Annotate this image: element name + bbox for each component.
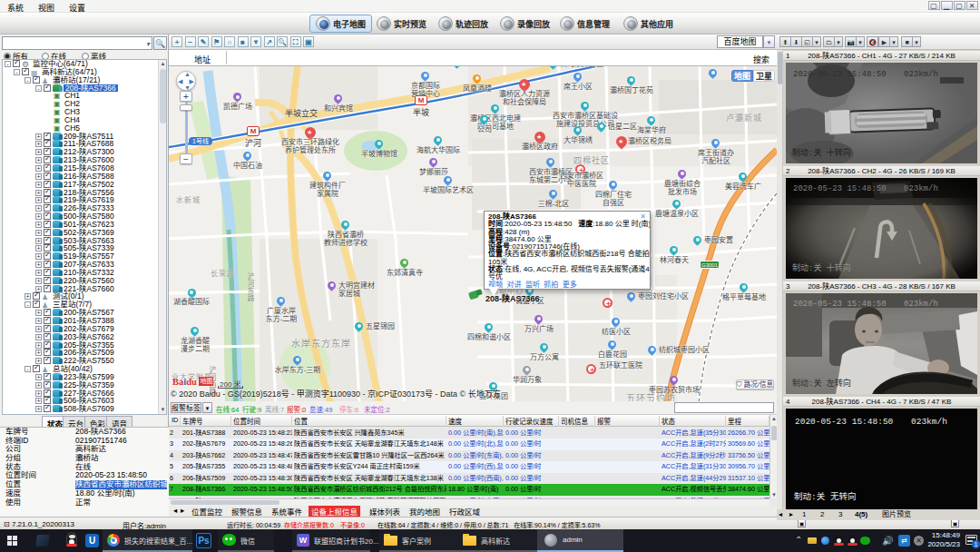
svg-text:制动:关 十转向: 制动:关 十转向 [792, 147, 851, 158]
svg-text:制动:关 无转向: 制动:关 无转向 [794, 491, 856, 502]
svg-text:2020-05-23 15:48:50: 2020-05-23 15:48:50 [793, 184, 887, 193]
svg-text:023km/h: 023km/h [911, 417, 947, 427]
svg-text:023km/h: 023km/h [904, 184, 938, 193]
svg-text:2020-05-23 15:48:50: 2020-05-23 15:48:50 [795, 417, 894, 427]
svg-text:023km/h: 023km/h [904, 300, 938, 309]
svg-text:2020-05-23 15:48:50: 2020-05-23 15:48:50 [793, 300, 887, 309]
svg-text:023km/h: 023km/h [904, 70, 938, 79]
svg-text:2020-05-23 15:48:50: 2020-05-23 15:48:50 [793, 70, 887, 79]
svg-text:制动:关 左转向: 制动:关 左转向 [792, 378, 851, 389]
svg-text:制动:关 十转向: 制动:关 十转向 [792, 262, 851, 273]
